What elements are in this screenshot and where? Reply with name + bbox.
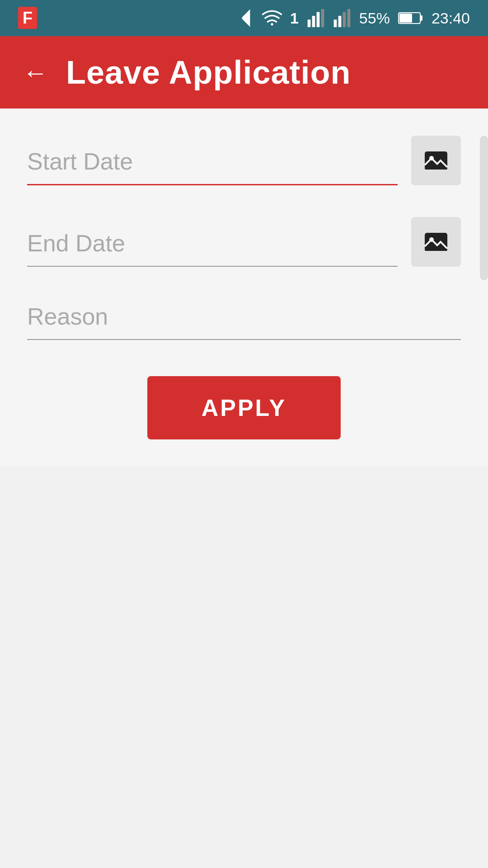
form-content: APPLY — [0, 108, 488, 467]
calendar-image-icon — [422, 147, 450, 174]
app-bar: ← Leave Application — [0, 36, 488, 108]
svg-rect-4 — [321, 9, 324, 27]
apply-button[interactable]: APPLY — [147, 376, 341, 439]
scroll-indicator — [480, 136, 488, 280]
end-date-row — [27, 217, 461, 267]
sim-icon: 1 — [290, 9, 299, 27]
end-date-calendar-button[interactable] — [411, 217, 461, 267]
svg-rect-14 — [425, 167, 447, 170]
svg-rect-1 — [308, 19, 311, 27]
bluetooth-icon — [238, 7, 254, 29]
end-date-field-wrapper — [27, 225, 398, 267]
start-date-row — [27, 136, 461, 185]
svg-rect-17 — [425, 249, 447, 251]
signal-bars-2-icon — [333, 9, 351, 27]
reason-input[interactable] — [27, 298, 461, 340]
svg-rect-11 — [399, 14, 412, 23]
status-icons: 1 55% 23:40 — [238, 7, 470, 29]
status-bar: F 1 55% — [0, 0, 488, 36]
svg-point-0 — [271, 23, 273, 26]
end-date-input[interactable] — [27, 225, 398, 267]
reason-row — [27, 298, 461, 340]
page-title: Leave Application — [66, 54, 351, 91]
svg-rect-8 — [347, 9, 351, 27]
svg-rect-5 — [334, 19, 337, 27]
wifi-icon — [262, 9, 282, 27]
svg-rect-3 — [317, 12, 320, 27]
calendar-image-icon-2 — [422, 228, 450, 255]
start-date-calendar-button[interactable] — [411, 136, 461, 185]
app-logo: F — [18, 9, 37, 28]
battery-percentage: 55% — [359, 9, 390, 27]
battery-icon — [398, 10, 423, 26]
svg-rect-7 — [343, 12, 346, 27]
apply-button-wrapper: APPLY — [27, 376, 461, 439]
signal-bars-icon — [307, 9, 325, 27]
start-date-input[interactable] — [27, 143, 398, 185]
svg-rect-2 — [312, 16, 315, 27]
time-display: 23:40 — [432, 9, 470, 27]
svg-rect-6 — [338, 16, 342, 27]
svg-rect-10 — [420, 15, 422, 21]
start-date-field-wrapper — [27, 143, 398, 185]
back-button[interactable]: ← — [23, 58, 48, 87]
